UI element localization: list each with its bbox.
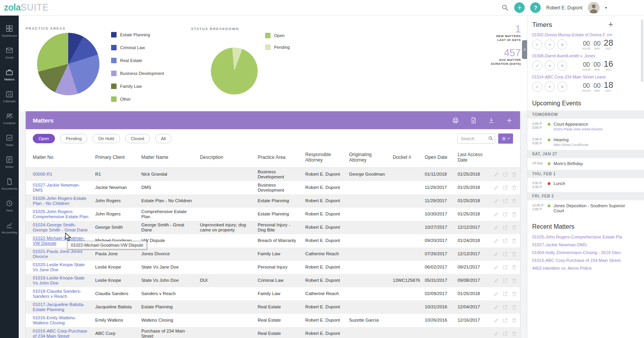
matter-link[interactable]: 01024-George Smith-George Smith - Great …: [33, 222, 88, 232]
recent-matter-link[interactable]: 01015-ABC Corp-Purchase of 234 Main Stre…: [527, 256, 644, 264]
edit-pencil-icon[interactable]: [494, 331, 499, 336]
delete-trash-icon[interactable]: [511, 318, 517, 323]
timer-complete-check-icon[interactable]: [532, 39, 542, 50]
edit-pencil-icon[interactable]: [494, 278, 499, 283]
edit-pencil-icon[interactable]: [494, 265, 499, 270]
filter-pill[interactable]: All: [155, 134, 172, 143]
timer-play-icon[interactable]: [545, 82, 555, 92]
col-last-access-date[interactable]: Last Access Date: [455, 148, 487, 168]
recent-matter-link[interactable]: 01025-John Rogers-Comprehensive Estate P…: [527, 233, 644, 241]
edit-pencil-icon[interactable]: [494, 212, 499, 217]
open-external-icon[interactable]: [502, 304, 508, 310]
delete-trash-icon[interactable]: [511, 198, 517, 204]
filter-pill[interactable]: Pending: [60, 134, 87, 143]
open-external-icon[interactable]: [502, 318, 508, 323]
matter-link[interactable]: 01027-Jackie Newman-DMS: [33, 183, 80, 192]
matter-link[interactable]: 01026-John Rogers-Estate Plan - No Child…: [33, 196, 86, 206]
matter-link[interactable]: 01019-Leslie Knope-State Vs John Doe: [33, 276, 85, 285]
matter-link[interactable]: 01018-Claudia Sanders-Sanders v Reach: [33, 289, 81, 299]
print-icon[interactable]: [452, 117, 459, 124]
delete-trash-icon[interactable]: [511, 172, 517, 177]
delete-trash-icon[interactable]: [511, 238, 517, 244]
matter-link[interactable]: 01020-Leslie Knope-State Vs Jane Doe: [33, 262, 85, 272]
delete-trash-icon[interactable]: [511, 212, 517, 217]
event-item[interactable]: 3:30 P 4:00 P Hearing Main Street Courth…: [527, 134, 644, 150]
timer-matter-link[interactable]: 01008-Darrel Averill-smith v. Jones: [532, 53, 613, 58]
edit-pencil-icon[interactable]: [494, 238, 499, 244]
matter-link[interactable]: 00000-R1: [33, 172, 53, 176]
sidebar-item-documents[interactable]: Documents: [0, 173, 19, 195]
sidebar-item-calendar[interactable]: 25 Calendar: [0, 86, 19, 108]
add-timer-button[interactable]: +: [608, 21, 613, 28]
sidebar-item-matters[interactable]: Matters: [0, 64, 19, 86]
delete-trash-icon[interactable]: [511, 185, 517, 190]
recent-matter-link[interactable]: 01027-Jackie Newman-DMS: [527, 241, 644, 249]
edit-pencil-icon[interactable]: [494, 318, 499, 323]
timer-matter-link[interactable]: 01014-ABC Corp-234 Main Street Lease: [532, 75, 613, 79]
recent-matter-link[interactable]: 4452-Hamilton vs. Akron Police: [527, 264, 644, 272]
edit-pencil-icon[interactable]: [494, 225, 499, 230]
open-external-icon[interactable]: [502, 225, 508, 230]
col-docket[interactable]: Docket #: [389, 148, 421, 168]
panel-scrollbar[interactable]: [641, 20, 643, 82]
help-button[interactable]: ?: [530, 2, 541, 13]
sidebar-item-contacts[interactable]: Contacts: [0, 108, 19, 130]
matter-link[interactable]: 01021-Paula Jone-Jones Divorce: [33, 249, 83, 259]
download-icon[interactable]: [488, 117, 495, 124]
delete-trash-icon[interactable]: [511, 304, 517, 310]
timer-matter-link[interactable]: 01002-Donna Murray-Estate of Donna F. rr…: [532, 32, 613, 37]
open-external-icon[interactable]: [502, 198, 508, 204]
delete-trash-icon[interactable]: [511, 251, 517, 257]
quick-add-button[interactable]: +: [514, 2, 525, 13]
recent-matter-link[interactable]: 01004-Holly Zimmermann-Closing - 2619 Gl…: [527, 249, 644, 256]
sidebar-item-time[interactable]: Time: [0, 195, 19, 217]
open-external-icon[interactable]: [502, 185, 508, 190]
timer-complete-check-icon[interactable]: [532, 60, 542, 71]
col-matter-name[interactable]: Matter Name: [138, 148, 196, 168]
search-icon[interactable]: [501, 4, 509, 11]
matter-link[interactable]: 01025-John Rogers-Comprehensive Estate P…: [33, 209, 88, 219]
matter-link[interactable]: 01017-Jacqueline Batista-Estate Planning: [33, 302, 85, 312]
event-item[interactable]: 2:00 P 3:00 P Court Appearance 01021-Pau…: [527, 119, 644, 134]
sidebar-item-tasks[interactable]: Tasks: [0, 130, 19, 151]
table-settings-button[interactable]: [498, 133, 513, 144]
edit-pencil-icon[interactable]: [494, 291, 499, 297]
filter-pill[interactable]: Open: [33, 134, 55, 143]
edit-pencil-icon[interactable]: [494, 198, 499, 204]
open-external-icon[interactable]: [502, 238, 508, 244]
brand-logo[interactable]: zolaSUITE: [4, 3, 49, 12]
avatar[interactable]: [588, 2, 600, 14]
open-external-icon[interactable]: [502, 265, 508, 270]
timer-cancel-x-icon[interactable]: [557, 82, 567, 92]
timer-cancel-x-icon[interactable]: [557, 60, 567, 71]
timer-play-icon[interactable]: [545, 60, 555, 71]
edit-pencil-icon[interactable]: [494, 185, 499, 190]
filter-pill[interactable]: On Hold: [92, 134, 120, 143]
open-external-icon[interactable]: [502, 212, 508, 217]
event-item[interactable]: 3:00 P 3:30 P Lunch: [527, 178, 644, 192]
delete-trash-icon[interactable]: [511, 331, 517, 336]
delete-trash-icon[interactable]: [511, 265, 517, 270]
open-external-icon[interactable]: [502, 331, 508, 336]
col-open-date[interactable]: Open Date: [422, 148, 455, 168]
open-external-icon[interactable]: [502, 172, 508, 177]
open-external-icon[interactable]: [502, 278, 508, 283]
timer-cancel-x-icon[interactable]: [557, 39, 567, 50]
col-matter-no[interactable]: Matter No: [26, 148, 92, 168]
timer-complete-check-icon[interactable]: [532, 82, 542, 92]
matter-link[interactable]: 01016-Emily Watkins-Watkins Closing: [33, 315, 76, 325]
open-external-icon[interactable]: [502, 251, 508, 257]
col-responsible-attorney[interactable]: Responsible Attorney: [302, 148, 346, 168]
col-originating-attorney[interactable]: Originating Attorney: [346, 148, 389, 168]
edit-pencil-icon[interactable]: [494, 172, 499, 177]
delete-trash-icon[interactable]: [511, 225, 517, 230]
sidebar-item-notes[interactable]: Notes: [0, 151, 19, 173]
edit-pencil-icon[interactable]: [494, 304, 499, 310]
delete-trash-icon[interactable]: [511, 291, 517, 297]
col-primary-client[interactable]: Primary Client: [92, 148, 138, 168]
col-practice-area[interactable]: Practice Area: [255, 148, 302, 168]
filter-pill[interactable]: Closed: [125, 134, 150, 143]
col-description[interactable]: Description: [197, 148, 255, 168]
event-item[interactable]: 12:00 P 1:00 P Jones Deposition - Southe…: [527, 200, 644, 217]
add-matter-icon[interactable]: [506, 117, 513, 124]
